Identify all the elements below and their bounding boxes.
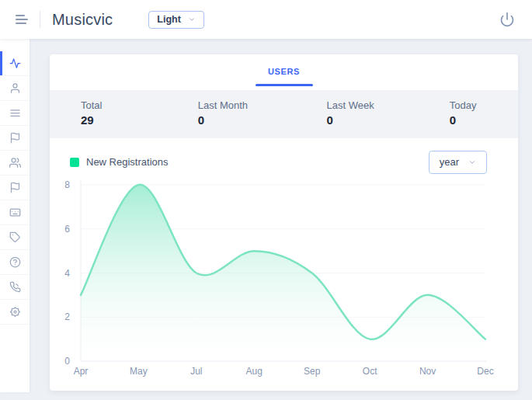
- sidebar-item-activity-0[interactable]: [0, 51, 30, 76]
- registrations-area-chart: 02468AprMayJulAugSepOctNovDec: [50, 176, 518, 379]
- sidebar-item-user-1[interactable]: [0, 76, 30, 101]
- power-button[interactable]: [499, 12, 515, 27]
- svg-text:Aug: Aug: [246, 366, 263, 377]
- users-panel: USERS Total29Last Month0Last Week0Today0…: [50, 54, 518, 391]
- svg-text:Dec: Dec: [477, 366, 493, 377]
- theme-selector[interactable]: Light: [148, 11, 204, 29]
- range-selector-value: year: [440, 156, 459, 168]
- chevron-down-icon: [468, 158, 476, 166]
- svg-text:Apr: Apr: [74, 366, 89, 377]
- svg-text:6: 6: [64, 224, 70, 235]
- stat-last-month: Last Month0: [167, 90, 296, 138]
- power-icon: [499, 12, 515, 27]
- sidebar-item-tag-7[interactable]: [0, 225, 30, 250]
- chart-header: New Registrations year: [50, 138, 518, 174]
- stat-value: 0: [450, 113, 518, 127]
- svg-text:8: 8: [64, 179, 70, 190]
- activity-icon: [9, 57, 21, 69]
- list-icon: [9, 107, 21, 119]
- sidebar-item-badge-10[interactable]: [0, 300, 30, 325]
- stat-value: 29: [81, 113, 167, 127]
- svg-text:Sep: Sep: [304, 366, 321, 377]
- legend-marker-icon: [70, 158, 79, 167]
- chart-legend: New Registrations: [70, 156, 169, 168]
- tab-active-underline: [256, 84, 313, 86]
- chart-section: New Registrations year: [50, 138, 518, 379]
- tab-users[interactable]: USERS: [256, 54, 313, 86]
- stat-value: 0: [327, 113, 419, 127]
- svg-text:0: 0: [64, 356, 70, 367]
- tab-users-label: USERS: [268, 67, 300, 76]
- theme-selector-value: Light: [157, 14, 181, 25]
- users-icon: [9, 157, 21, 169]
- stat-last-week: Last Week0: [296, 90, 419, 138]
- sidebar-item-users-4[interactable]: [0, 151, 30, 176]
- svg-text:4: 4: [64, 268, 70, 279]
- app-header: Musicvic Light: [0, 0, 532, 39]
- header-divider: [40, 11, 40, 28]
- tag-icon: [9, 231, 21, 243]
- stat-label: Last Month: [198, 99, 296, 111]
- sidebar-item-phone-9[interactable]: [0, 275, 30, 300]
- flag-icon: [9, 182, 21, 193]
- chart-wrap: 02468AprMayJulAugSepOctNovDec: [50, 176, 518, 379]
- sidebar-item-flag-5[interactable]: [0, 176, 30, 200]
- stat-label: Last Week: [327, 99, 419, 111]
- stat-total: Total29: [50, 90, 167, 138]
- range-selector[interactable]: year: [429, 151, 487, 174]
- sidebar-item-flag-3[interactable]: [0, 126, 30, 151]
- tabs-row: USERS: [50, 54, 518, 90]
- svg-text:Nov: Nov: [419, 366, 436, 377]
- user-icon: [9, 82, 21, 94]
- help-icon: [9, 256, 21, 268]
- sidebar-item-keyboard-6[interactable]: [0, 200, 30, 225]
- flag-icon: [9, 132, 21, 144]
- stat-label: Today: [450, 99, 518, 111]
- stat-today: Today0: [419, 90, 518, 138]
- svg-text:Oct: Oct: [363, 366, 377, 377]
- badge-icon: [9, 306, 21, 318]
- stats-row: Total29Last Month0Last Week0Today0: [50, 90, 518, 138]
- legend-label: New Registrations: [86, 156, 169, 168]
- phone-icon: [9, 281, 21, 293]
- svg-text:May: May: [130, 366, 148, 377]
- svg-text:2: 2: [64, 311, 70, 322]
- svg-text:Jul: Jul: [190, 366, 202, 377]
- sidebar-item-help-8[interactable]: [0, 250, 30, 275]
- stat-label: Total: [81, 99, 167, 111]
- chevron-down-icon: [188, 16, 196, 23]
- sidebar: [0, 39, 30, 392]
- menu-icon[interactable]: [14, 12, 30, 27]
- app-title: Musicvic: [52, 11, 113, 29]
- sidebar-item-list-2[interactable]: [0, 101, 30, 126]
- stat-value: 0: [198, 113, 296, 127]
- keyboard-icon: [9, 207, 21, 218]
